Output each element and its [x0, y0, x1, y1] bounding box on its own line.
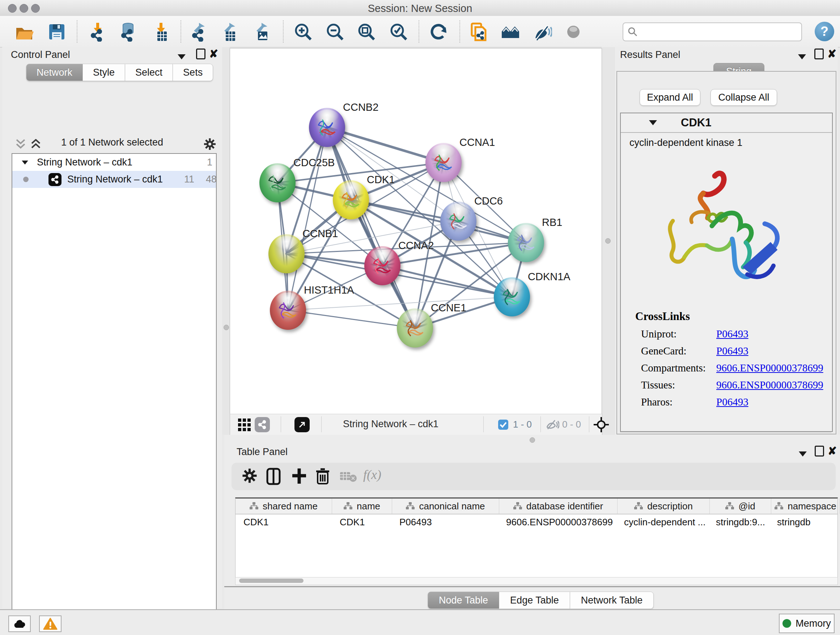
gene-name: CDK1 — [681, 116, 711, 129]
network-row[interactable]: String Network – cdk1 11 48 — [12, 171, 216, 188]
selected-checkbox-icon[interactable] — [498, 419, 508, 430]
zoom-selected-icon[interactable] — [388, 22, 409, 42]
show-panels-icon[interactable] — [564, 22, 584, 42]
close-panel-icon[interactable]: ✘ — [828, 445, 837, 457]
tab-select[interactable]: Select — [125, 64, 173, 81]
expand-all-button[interactable]: Expand All — [639, 89, 700, 106]
gene-section-header[interactable]: CDK1 — [621, 113, 832, 133]
column-header-canonical-name[interactable]: canonical name — [392, 499, 499, 514]
column-header-namespace[interactable]: namespace — [771, 499, 840, 514]
left-splitter-handle[interactable] — [224, 325, 229, 330]
help-button[interactable]: ? — [815, 22, 834, 41]
node-CCNE1[interactable] — [397, 309, 433, 348]
table-horizontal-scrollbar[interactable] — [235, 577, 838, 585]
search-field[interactable] — [622, 22, 802, 41]
network-collection-row[interactable]: String Network – cdk1 1 — [12, 154, 216, 171]
export-table-icon[interactable] — [219, 22, 240, 42]
column-header-description[interactable]: description — [617, 499, 710, 514]
fit-content-crosshair-icon[interactable] — [593, 417, 609, 432]
gear-icon[interactable] — [242, 468, 257, 484]
selected-count-label: 1 - 0 — [513, 419, 532, 430]
add-column-icon[interactable] — [292, 468, 307, 485]
warnings-button[interactable] — [39, 616, 62, 632]
float-panel-icon[interactable] — [814, 49, 824, 62]
node-CDKN1A[interactable] — [494, 277, 530, 317]
refresh-icon[interactable] — [429, 22, 449, 42]
delete-column-trash-icon[interactable] — [316, 468, 330, 485]
collection-expander-icon[interactable] — [22, 160, 28, 165]
zoom-in-icon[interactable] — [293, 22, 313, 42]
column-header-name[interactable]: name — [332, 499, 392, 514]
float-panel-icon[interactable] — [815, 446, 824, 459]
cloud-icon — [13, 619, 26, 629]
horizontal-splitter-handle[interactable] — [530, 437, 535, 443]
crosslink-link[interactable]: 9606.ENSP00000378699 — [716, 379, 823, 391]
table-row[interactable]: CDK1CDK1P064939606.ENSP00000378699cyclin… — [235, 515, 837, 530]
crosslink-link[interactable]: P06493 — [716, 345, 748, 357]
zoom-fit-icon[interactable] — [356, 22, 377, 42]
export-image-icon[interactable] — [252, 22, 272, 42]
column-header--id[interactable]: @id — [710, 499, 771, 514]
save-session-icon[interactable] — [47, 22, 67, 42]
import-network-from-database-icon[interactable] — [118, 22, 139, 42]
tab-sets[interactable]: Sets — [173, 64, 213, 81]
float-panel-icon[interactable] — [196, 49, 205, 62]
crosslink-row: Uniprot:P06493 — [641, 328, 832, 340]
node-CDC6[interactable] — [440, 202, 477, 241]
show-columns-icon[interactable] — [266, 468, 281, 485]
duplicate-network-icon[interactable] — [469, 22, 489, 42]
import-network-icon[interactable] — [88, 22, 108, 42]
network-canvas[interactable]: CCNB2CCNA1CDC25BCDK1CDC6RB1CCNB1CCNA2CDK… — [230, 48, 602, 415]
toolbar-separator — [77, 20, 77, 43]
tab-node-table[interactable]: Node Table — [428, 592, 499, 609]
section-expander-icon[interactable] — [649, 120, 657, 125]
tab-style[interactable]: Style — [83, 64, 125, 81]
hide-panels-icon[interactable] — [532, 22, 553, 42]
close-panel-icon[interactable]: ✘ — [827, 48, 836, 60]
node-CCNB1[interactable] — [268, 234, 305, 273]
tab-edge-table[interactable]: Edge Table — [499, 592, 570, 609]
search-input[interactable] — [641, 26, 801, 38]
zoom-out-icon[interactable] — [325, 22, 345, 42]
node-CDK1[interactable] — [333, 180, 369, 219]
node-CDC25B[interactable] — [259, 163, 295, 203]
crosslink-link[interactable]: P06493 — [716, 328, 748, 340]
node-RB1[interactable] — [508, 223, 544, 262]
collapse-all-button[interactable]: Collapse All — [711, 89, 777, 106]
table-panel-title: Table Panel — [237, 447, 287, 458]
column-header-shared-name[interactable]: shared name — [235, 499, 332, 514]
network-overview-icon[interactable] — [501, 22, 521, 42]
open-session-icon[interactable] — [14, 22, 35, 42]
tab-network[interactable]: Network — [26, 64, 83, 81]
import-table-icon[interactable] — [151, 22, 172, 42]
panel-menu-icon[interactable] — [798, 51, 806, 62]
collection-label: String Network – cdk1 — [37, 157, 133, 168]
network-edge-count: 48 — [206, 174, 217, 185]
node-CCNA2[interactable] — [364, 246, 401, 285]
column-header-database-identifier[interactable]: database identifier — [499, 499, 617, 514]
crosslink-link[interactable]: P06493 — [716, 396, 748, 408]
node-CCNA1[interactable] — [425, 143, 462, 182]
clear-table-icon[interactable] — [340, 471, 357, 482]
scrollbar-thumb[interactable] — [239, 578, 303, 583]
memory-button[interactable]: Memory — [779, 614, 835, 633]
network-share-icon[interactable] — [255, 417, 270, 432]
panel-menu-icon[interactable] — [799, 448, 807, 459]
left-splitter[interactable] — [222, 47, 230, 435]
hidden-eye-icon[interactable] — [546, 419, 559, 430]
node-HIST1H1A[interactable] — [270, 291, 306, 330]
right-splitter-handle[interactable] — [605, 238, 611, 244]
cloud-status-button[interactable] — [8, 616, 31, 632]
results-panel: Results Panel ✘ String Expand All Collap… — [615, 47, 838, 435]
function-builder-icon[interactable]: f(x) — [363, 467, 381, 482]
birds-eye-view-icon[interactable] — [294, 417, 309, 432]
panel-menu-icon[interactable] — [178, 51, 186, 62]
network-icon — [49, 173, 62, 186]
gear-icon[interactable] — [203, 138, 216, 150]
export-network-icon[interactable] — [189, 22, 210, 42]
close-panel-icon[interactable]: ✘ — [209, 48, 218, 60]
tab-network-table[interactable]: Network Table — [570, 592, 654, 609]
crosslink-link[interactable]: 9606.ENSP00000378699 — [716, 362, 823, 374]
grid-view-icon[interactable] — [238, 418, 251, 432]
node-CCNB2[interactable] — [309, 108, 345, 147]
